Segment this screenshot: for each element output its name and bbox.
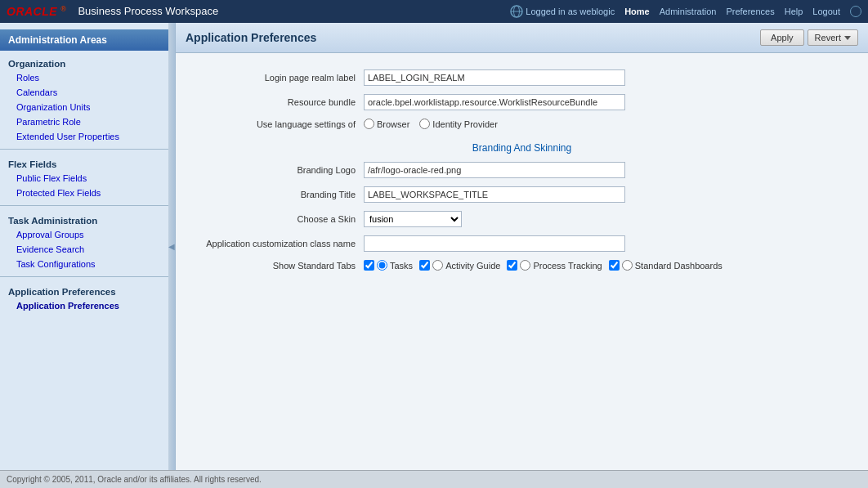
browser-option-label[interactable]: Browser (364, 119, 409, 129)
branding-title-input[interactable] (364, 186, 625, 203)
language-settings-label: Use language settings of (200, 119, 364, 129)
standard-dashboards-checkbox[interactable] (609, 260, 620, 271)
top-navigation-bar: ORACLE ® Business Process Workspace Logg… (0, 0, 868, 23)
language-settings-row: Use language settings of Browser Identit… (200, 119, 843, 129)
revert-label: Revert (815, 33, 841, 43)
copyright-text: Copyright © 2005, 2011, Oracle and/or it… (7, 475, 262, 484)
language-settings-options: Browser Identity Provider (364, 119, 498, 129)
sidebar-item-calendars[interactable]: Calendars (0, 85, 175, 100)
oracle-logo: ORACLE ® (7, 5, 66, 18)
branding-logo-label: Branding Logo (200, 165, 364, 175)
login-realm-input[interactable] (364, 69, 625, 86)
tasks-radio[interactable] (377, 260, 387, 271)
sidebar-item-extended-user-properties[interactable]: Extended User Properties (0, 129, 175, 144)
login-realm-row: Login page realm label (200, 69, 843, 86)
sidebar-item-roles[interactable]: Roles (0, 70, 175, 85)
app-customization-input[interactable] (364, 235, 625, 252)
sidebar-item-application-preferences[interactable]: Application Preferences (0, 298, 175, 313)
page-title: Application Preferences (186, 31, 316, 44)
standard-dashboards-tab-label: Standard Dashboards (635, 261, 723, 271)
header-buttons: Apply Revert (760, 29, 858, 46)
content-area: Application Preferences Apply Revert Log… (176, 23, 868, 470)
tasks-tab-label: Tasks (390, 261, 413, 271)
sidebar-item-approval-groups[interactable]: Approval Groups (0, 227, 175, 242)
nav-logout-link[interactable]: Logout (812, 7, 840, 16)
sidebar-section-app-preferences: Application Preferences (0, 282, 175, 298)
activity-guide-tab-label: Activity Guide (445, 261, 500, 271)
app-title: Business Process Workspace (78, 5, 218, 17)
sidebar-item-public-flex-fields[interactable]: Public Flex Fields (0, 171, 175, 186)
tab-process-tracking-item: Process Tracking (507, 260, 602, 271)
resource-bundle-label: Resource bundle (200, 97, 364, 107)
nav-help-link[interactable]: Help (785, 7, 803, 16)
content-header: Application Preferences Apply Revert (176, 23, 868, 53)
sidebar-item-task-configurations[interactable]: Task Configurations (0, 257, 175, 271)
sidebar-item-protected-flex-fields[interactable]: Protected Flex Fields (0, 186, 175, 200)
identity-provider-radio[interactable] (419, 119, 430, 129)
process-tracking-tab-label: Process Tracking (533, 261, 602, 271)
nav-preferences-link[interactable]: Preferences (726, 7, 774, 16)
show-tabs-row: Show Standard Tabs Tasks Activity Guide (200, 260, 843, 271)
tab-activity-guide-item: Activity Guide (419, 260, 500, 271)
app-customization-label: Application customization class name (200, 239, 364, 248)
process-tracking-radio[interactable] (520, 260, 530, 271)
login-realm-label: Login page realm label (200, 73, 364, 83)
tab-tasks-item: Tasks (364, 260, 413, 271)
branding-title-row: Branding Title (200, 186, 843, 203)
globe-icon: Logged in as weblogic (510, 5, 615, 18)
choose-skin-row: Choose a Skin fusion alta skyros (200, 211, 843, 227)
revert-dropdown-icon (844, 36, 851, 40)
sidebar-item-organization-units[interactable]: Organization Units (0, 100, 175, 114)
main-layout: Administration Areas Organization Roles … (0, 23, 868, 470)
sidebar-resizer[interactable]: ◀ (168, 23, 175, 470)
status-bar: Copyright © 2005, 2011, Oracle and/or it… (0, 470, 868, 488)
process-tracking-checkbox[interactable] (507, 260, 517, 271)
logo-area: ORACLE ® Business Process Workspace (7, 5, 218, 18)
tasks-checkbox[interactable] (364, 260, 374, 271)
browser-radio[interactable] (364, 119, 374, 129)
resource-bundle-row: Resource bundle (200, 94, 843, 110)
identity-provider-option-label[interactable]: Identity Provider (419, 119, 497, 129)
standard-dashboards-radio[interactable] (622, 260, 633, 271)
window-controls (850, 6, 861, 17)
tab-standard-dashboards-item: Standard Dashboards (609, 260, 723, 271)
form-area: Login page realm label Resource bundle U… (176, 53, 868, 295)
sidebar-section-organization: Organization (0, 54, 175, 70)
show-tabs-label: Show Standard Tabs (200, 261, 364, 271)
choose-skin-select[interactable]: fusion alta skyros (364, 211, 462, 227)
nav-home-link[interactable]: Home (624, 7, 650, 16)
user-info-text: Logged in as weblogic (526, 7, 615, 16)
app-customization-row: Application customization class name (200, 235, 843, 252)
top-nav-right: Logged in as weblogic Home Administratio… (510, 5, 861, 18)
revert-button[interactable]: Revert (808, 29, 858, 46)
sidebar: Administration Areas Organization Roles … (0, 23, 176, 470)
choose-skin-label: Choose a Skin (200, 214, 364, 224)
branding-skinning-header: Branding And Skinning (200, 142, 843, 154)
activity-guide-radio[interactable] (432, 260, 443, 271)
resource-bundle-input[interactable] (364, 94, 625, 110)
sidebar-section-flex-fields: Flex Fields (0, 154, 175, 171)
nav-administration-link[interactable]: Administration (660, 7, 717, 16)
identity-provider-option-text: Identity Provider (432, 119, 497, 129)
branding-logo-row: Branding Logo (200, 162, 843, 178)
resizer-handle: ◀ (168, 242, 175, 251)
sidebar-item-evidence-search[interactable]: Evidence Search (0, 242, 175, 257)
branding-logo-input[interactable] (364, 162, 625, 178)
sidebar-item-parametric-role[interactable]: Parametric Role (0, 114, 175, 129)
sidebar-section-task-administration: Task Administration (0, 211, 175, 227)
activity-guide-checkbox[interactable] (419, 260, 430, 271)
sidebar-title: Administration Areas (0, 29, 175, 51)
browser-option-text: Browser (377, 119, 409, 129)
tabs-list: Tasks Activity Guide Process Tracking (364, 260, 723, 271)
apply-button[interactable]: Apply (760, 29, 804, 46)
branding-title-label: Branding Title (200, 190, 364, 199)
